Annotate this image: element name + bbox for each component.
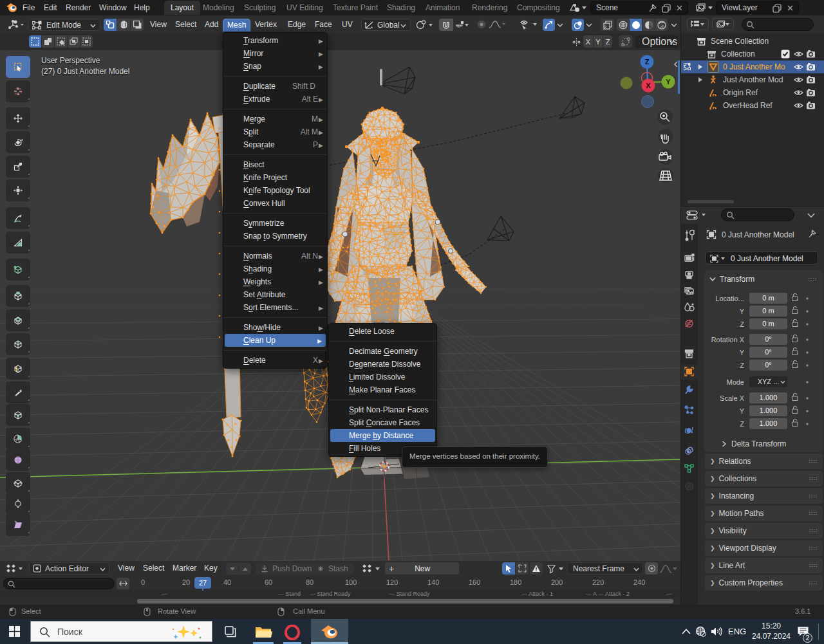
svg-text:Z: Z — [645, 58, 650, 66]
svg-text:Y: Y — [666, 78, 671, 86]
svg-text:X: X — [646, 82, 651, 89]
